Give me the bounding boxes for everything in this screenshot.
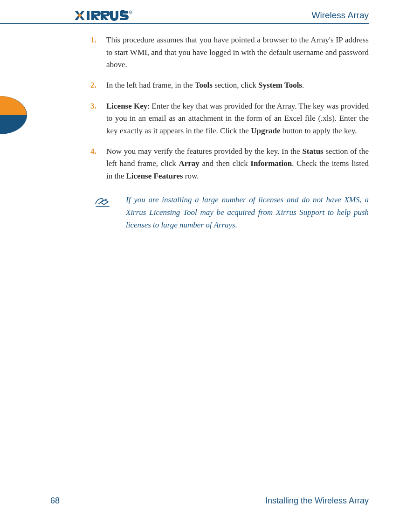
- note-text: If you are installing a large number of …: [126, 193, 369, 232]
- step-text: License Key: Enter the key that was prov…: [106, 102, 369, 135]
- svg-text:R: R: [130, 11, 131, 14]
- svg-rect-1: [87, 11, 90, 20]
- page-number: 68: [50, 495, 60, 508]
- step-text: This procedure assumes that you have poi…: [106, 35, 369, 69]
- step-text: Now you may verify the features provided…: [106, 147, 369, 180]
- note-callout: If you are installing a large number of …: [90, 193, 369, 232]
- step-number: 1.: [90, 34, 96, 46]
- hand-writing-icon: [94, 195, 111, 212]
- side-tab-decoration: [0, 96, 27, 134]
- product-name: Wireless Array: [312, 8, 369, 22]
- step-4: 4. Now you may verify the features provi…: [90, 145, 369, 182]
- step-3: 3. License Key: Enter the key that was p…: [90, 100, 369, 137]
- section-title: Installing the Wireless Array: [265, 495, 369, 508]
- step-1: 1. This procedure assumes that you have …: [90, 34, 369, 71]
- step-number: 2.: [90, 79, 96, 91]
- step-2: 2. In the left had frame, in the Tools s…: [90, 79, 369, 91]
- step-number: 3.: [90, 100, 96, 112]
- step-text: In the left had frame, in the Tools sect…: [106, 81, 304, 89]
- procedure-list: 1. This procedure assumes that you have …: [90, 34, 369, 182]
- step-number: 4.: [90, 145, 96, 158]
- svg-point-0: [78, 14, 81, 17]
- xirrus-logo: R: [74, 10, 139, 21]
